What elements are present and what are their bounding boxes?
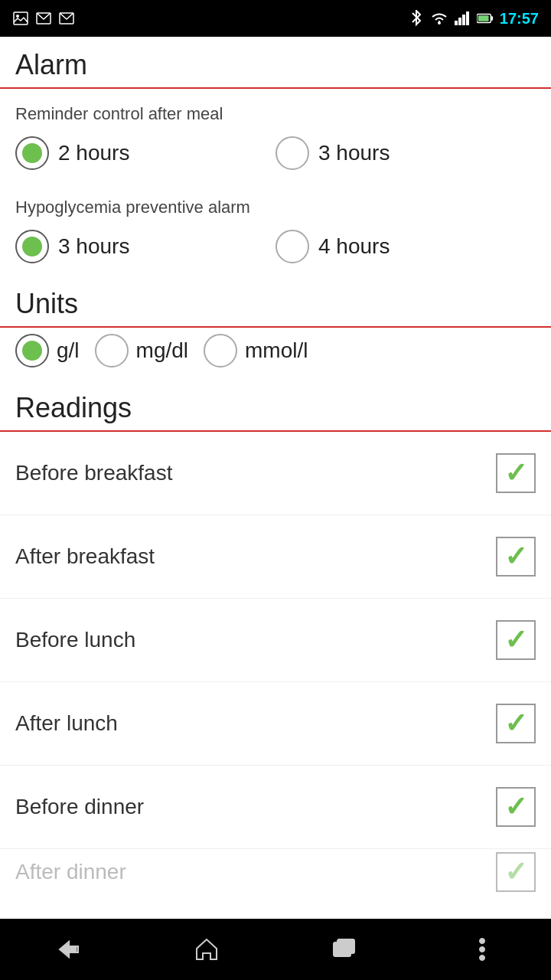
reading-before-breakfast-checkbox[interactable]: ✓ [496, 453, 536, 493]
readings-title: Readings [0, 380, 551, 432]
units-gl-option[interactable]: g/l [15, 334, 80, 368]
reading-after-lunch[interactable]: After lunch ✓ [0, 682, 551, 766]
reminder-2hours-label: 2 hours [58, 141, 129, 165]
reading-before-lunch-checkbox[interactable]: ✓ [496, 620, 536, 660]
hypo-4hours-option[interactable]: 4 hours [276, 230, 536, 263]
reading-after-breakfast[interactable]: After breakfast ✓ [0, 515, 551, 599]
reminder-radio-group: 2 hours 3 hours [0, 130, 551, 182]
reading-before-breakfast-label: Before breakfast [15, 461, 172, 485]
units-radio-group: g/l mg/dl mmol/l [0, 328, 551, 380]
hypo-3hours-option[interactable]: 3 hours [15, 230, 276, 263]
svg-point-1 [16, 15, 19, 18]
hypo-4hours-radio[interactable] [276, 230, 309, 263]
reading-after-dinner[interactable]: After dinner ✓ [0, 849, 551, 895]
reminder-2hours-option[interactable]: 2 hours [15, 136, 276, 170]
bottom-nav [0, 919, 551, 980]
units-gl-radio[interactable] [15, 334, 49, 368]
wifi-icon [431, 10, 448, 27]
hypo-3hours-label: 3 hours [58, 234, 129, 259]
battery-icon [477, 10, 494, 27]
reading-before-breakfast-checkmark: ✓ [504, 459, 527, 487]
svg-point-15 [480, 947, 485, 952]
reading-before-lunch-label: Before lunch [15, 628, 135, 652]
recents-button[interactable] [314, 926, 375, 972]
units-mmoll-option[interactable]: mmol/l [204, 334, 308, 368]
units-mgdl-radio[interactable] [95, 334, 129, 368]
units-mmoll-label: mmol/l [245, 338, 308, 363]
svg-rect-7 [462, 15, 465, 25]
gmail-icon-2 [58, 10, 75, 27]
reading-after-dinner-label: After dinner [15, 860, 126, 884]
reading-after-lunch-checkbox[interactable]: ✓ [496, 704, 536, 743]
units-title: Units [0, 276, 551, 328]
reading-before-dinner[interactable]: Before dinner ✓ [0, 766, 551, 849]
svg-rect-11 [478, 15, 489, 21]
hypoglycemia-radio-group: 3 hours 4 hours [0, 224, 551, 276]
reading-after-breakfast-label: After breakfast [15, 544, 155, 569]
status-icons-right: 17:57 [408, 10, 539, 28]
gmail-icon-1 [35, 10, 52, 27]
reminder-3hours-option[interactable]: 3 hours [276, 136, 536, 170]
back-button[interactable] [38, 926, 99, 972]
svg-rect-13 [337, 939, 354, 953]
reminder-3hours-label: 3 hours [318, 141, 390, 165]
reading-before-dinner-checkbox[interactable]: ✓ [496, 787, 536, 827]
reminder-2hours-dot [22, 143, 42, 163]
status-time: 17:57 [500, 10, 539, 28]
units-gl-label: g/l [57, 338, 80, 363]
svg-rect-6 [458, 18, 461, 25]
reading-before-dinner-label: Before dinner [15, 795, 144, 819]
reading-before-lunch-checkmark: ✓ [504, 626, 527, 654]
status-bar: 17:57 [0, 0, 551, 37]
reading-after-breakfast-checkmark: ✓ [504, 543, 527, 570]
units-mgdl-option[interactable]: mg/dl [95, 334, 188, 368]
reading-after-dinner-checkmark: ✓ [504, 858, 527, 886]
svg-point-16 [480, 956, 485, 961]
hypoglycemia-label: Hypoglycemia preventive alarm [0, 182, 551, 224]
menu-button[interactable] [452, 926, 513, 972]
hypo-3hours-dot [22, 237, 42, 256]
reading-after-dinner-checkbox[interactable]: ✓ [496, 852, 536, 892]
reading-before-dinner-checkmark: ✓ [504, 793, 527, 821]
reminder-2hours-radio[interactable] [15, 136, 49, 170]
hypo-3hours-radio[interactable] [15, 230, 49, 263]
svg-rect-0 [14, 12, 28, 24]
status-icons-left [12, 10, 75, 27]
reading-after-lunch-label: After lunch [15, 711, 118, 736]
units-mgdl-label: mg/dl [136, 338, 188, 363]
units-gl-dot [22, 341, 42, 361]
svg-rect-5 [455, 21, 458, 25]
reading-after-breakfast-checkbox[interactable]: ✓ [496, 537, 536, 577]
hypo-4hours-label: 4 hours [318, 234, 390, 259]
bluetooth-icon [408, 10, 425, 27]
svg-point-4 [438, 21, 441, 24]
reading-before-breakfast[interactable]: Before breakfast ✓ [0, 432, 551, 515]
svg-rect-10 [491, 16, 493, 21]
reminder-control-label: Reminder control after meal [0, 89, 551, 130]
reading-before-lunch[interactable]: Before lunch ✓ [0, 599, 551, 682]
main-content: Alarm Reminder control after meal 2 hour… [0, 37, 551, 919]
reading-after-lunch-checkmark: ✓ [504, 710, 527, 737]
home-button[interactable] [176, 926, 237, 972]
units-mmoll-radio[interactable] [204, 334, 237, 368]
reminder-3hours-radio[interactable] [276, 136, 309, 170]
svg-rect-8 [466, 11, 469, 25]
svg-point-14 [480, 939, 485, 944]
signal-icon [454, 10, 471, 27]
alarm-title: Alarm [0, 37, 551, 89]
image-icon [12, 10, 29, 27]
